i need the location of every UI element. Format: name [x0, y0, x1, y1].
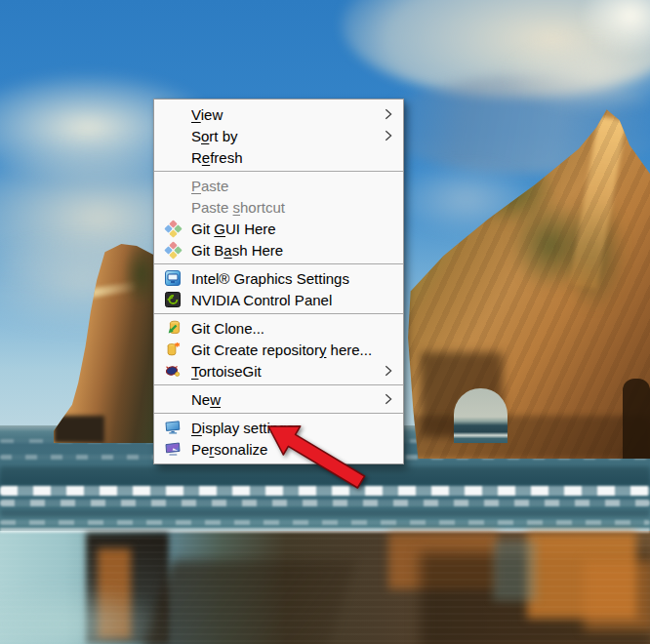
- menu-item-view[interactable]: View: [154, 103, 403, 125]
- icon-slot: [154, 342, 191, 357]
- menu-separator: [154, 384, 403, 385]
- display-settings-icon: [165, 420, 181, 435]
- sand-texture: [0, 531, 650, 644]
- menu-item-label: View: [191, 106, 378, 123]
- label-pre: R: [191, 149, 202, 166]
- label-accel: T: [191, 363, 199, 380]
- label-accel: V: [191, 106, 201, 123]
- menu-item-git-bash-here[interactable]: Git Bash Here: [154, 239, 403, 261]
- menu-item-label: Git Create repository here...: [191, 342, 378, 358]
- icon-slot: [154, 441, 191, 457]
- icon-slot: [154, 244, 191, 257]
- menu-item-paste-shortcut[interactable]: Paste shortcut: [154, 196, 403, 218]
- menu-separator: [154, 171, 403, 172]
- icon-slot: [154, 270, 191, 286]
- icon-slot: [154, 363, 191, 379]
- menu-item-nvidia-control-panel[interactable]: NVIDIA Control Panel: [154, 289, 403, 310]
- git-icon: [164, 220, 182, 237]
- menu-item-label: New: [191, 391, 378, 408]
- menu-item-git-create-repository-here[interactable]: Git Create repository here...: [154, 339, 403, 360]
- git-icon: [164, 241, 182, 259]
- label-pre: Git B: [191, 242, 223, 259]
- label-post: rt by: [209, 128, 237, 144]
- git-clone-icon: [165, 320, 181, 336]
- wet-sand-beach: [0, 531, 650, 644]
- menu-item-paste[interactable]: Paste: [154, 175, 403, 196]
- menu-item-label: Sort by: [191, 128, 378, 144]
- label-post: sh Here: [232, 242, 284, 259]
- menu-item-label: Git GUI Here: [191, 221, 378, 237]
- label-pre: Git Clone...: [191, 320, 264, 337]
- menu-item-new[interactable]: New: [154, 388, 403, 410]
- label-accel: w: [210, 391, 221, 408]
- menu-item-tortoisegit[interactable]: TortoiseGit: [154, 360, 403, 382]
- icon-slot: [154, 292, 191, 307]
- menu-item-label: Paste: [191, 178, 378, 194]
- icon-slot: [154, 420, 191, 435]
- menu-item-label: Paste shortcut: [191, 199, 378, 216]
- label-post: ortoiseGit: [199, 363, 262, 380]
- submenu-chevron-icon: [378, 365, 399, 377]
- menu-separator: [154, 263, 403, 264]
- label-pre: Ne: [191, 391, 210, 408]
- desktop-background[interactable]: View Sort by Refresh Paste Paste shortcu…: [0, 0, 650, 644]
- label-pre: Git Create repositor: [191, 342, 319, 358]
- menu-item-label: Intel® Graphics Settings: [191, 270, 378, 287]
- rock-shadow: [395, 416, 650, 459]
- red-annotation-arrow: [249, 414, 386, 503]
- menu-item-intel-graphics-settings[interactable]: Intel® Graphics Settings: [154, 267, 403, 289]
- menu-item-refresh[interactable]: Refresh: [154, 146, 403, 168]
- wave-foam: [0, 520, 650, 525]
- label-accel: D: [191, 420, 202, 436]
- label-pre: S: [191, 128, 201, 144]
- label-accel: a: [223, 242, 231, 259]
- menu-item-sort-by[interactable]: Sort by: [154, 125, 403, 146]
- rock-recess: [623, 379, 650, 459]
- label-pre: Git: [191, 221, 214, 237]
- menu-item-git-gui-here[interactable]: Git GUI Here: [154, 218, 403, 239]
- label-pre: Intel® Graphics Settings: [191, 270, 349, 287]
- label-accel: P: [191, 178, 201, 194]
- label-post: fresh: [210, 149, 242, 166]
- icon-slot: [154, 320, 191, 336]
- label-accel: s: [233, 199, 241, 216]
- tortoisegit-icon: [165, 363, 181, 379]
- label-post: iew: [201, 106, 223, 123]
- menu-item-label: TortoiseGit: [191, 363, 378, 380]
- label-post: hortcut: [240, 199, 285, 216]
- label-pre: NVIDIA Control Panel: [191, 292, 332, 308]
- git-create-repo-icon: [165, 342, 181, 357]
- sea-arch-opening: [454, 388, 508, 443]
- label-post: UI Here: [225, 221, 276, 237]
- submenu-chevron-icon: [378, 130, 399, 141]
- menu-item-git-clone[interactable]: Git Clone...: [154, 317, 403, 339]
- submenu-chevron-icon: [378, 393, 399, 405]
- intel-graphics-icon: [165, 270, 181, 286]
- submenu-chevron-icon: [378, 108, 399, 120]
- menu-item-label: NVIDIA Control Panel: [191, 292, 378, 308]
- label-accel: e: [202, 149, 210, 166]
- menu-separator: [154, 313, 403, 314]
- menu-item-label: Git Clone...: [191, 320, 378, 337]
- label-accel: G: [214, 221, 225, 237]
- label-pre: Paste: [191, 199, 233, 216]
- icon-slot: [154, 222, 191, 235]
- label-post: aste: [201, 178, 228, 194]
- menu-item-label: Git Bash Here: [191, 242, 378, 259]
- label-post: here...: [326, 342, 372, 358]
- wave-shadow: [0, 509, 650, 517]
- nvidia-icon: [165, 292, 181, 307]
- label-pre: Pe: [191, 441, 209, 458]
- personalize-icon: [165, 441, 181, 457]
- menu-item-label: Refresh: [191, 149, 378, 166]
- desktop-context-menu: View Sort by Refresh Paste Paste shortcu…: [153, 99, 404, 464]
